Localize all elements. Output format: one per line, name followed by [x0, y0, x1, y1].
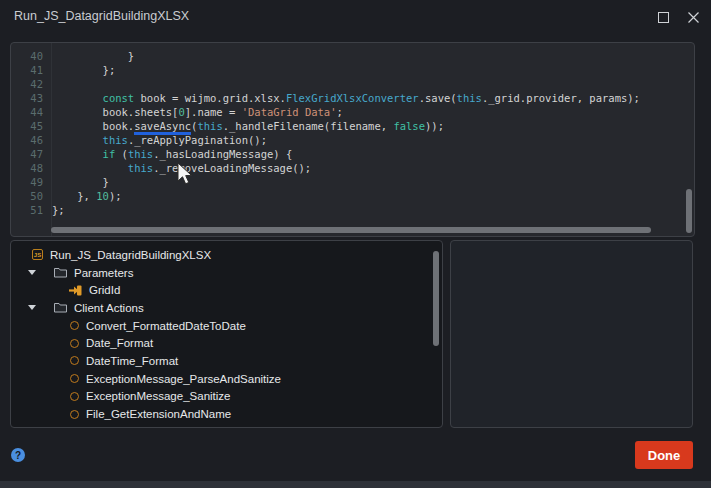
code-line[interactable]: }: [52, 49, 684, 63]
client-action-circle-icon: [70, 392, 79, 401]
tree-item-label: Integer_GenerateList: [86, 426, 194, 428]
code-line[interactable]: this._removeLoadingMessage();: [52, 161, 684, 175]
code-editor-panel[interactable]: 404142434445464748495051 } }; const book…: [10, 42, 695, 237]
tree-item-label: GridId: [89, 284, 120, 296]
code-line[interactable]: if (this._hasLoadingMessage) {: [52, 147, 684, 161]
tree-item-convert-formatteddatetodate[interactable]: Convert_FormattedDateToDate: [11, 317, 442, 335]
tree-item-label: DateTime_Format: [86, 355, 178, 367]
expander-chevron-down-icon[interactable]: [27, 270, 37, 275]
line-number: 47: [11, 147, 43, 161]
tree-item-file-getextensionandname[interactable]: File_GetExtensionAndName: [11, 405, 442, 423]
maximize-button[interactable]: [651, 6, 675, 28]
code-line[interactable]: const book = wijmo.grid.xlsx.FlexGridXls…: [52, 91, 684, 105]
line-number: 40: [11, 49, 43, 63]
tree-item-client-actions[interactable]: Client Actions: [11, 299, 442, 317]
close-button[interactable]: [681, 6, 705, 28]
tree-item-label: Client Actions: [74, 302, 144, 314]
line-number: 43: [11, 91, 43, 105]
line-number: 50: [11, 189, 43, 203]
tree-item-integer-generatelist[interactable]: Integer_GenerateList: [11, 423, 442, 428]
action-tree-panel: JSRun_JS_DatagridBuildingXLSXParametersG…: [10, 240, 443, 428]
code-line[interactable]: book.sheets[0].name = 'DataGrid Data';: [52, 105, 684, 119]
client-action-circle-icon: [70, 356, 79, 365]
maximize-square-icon: [658, 12, 669, 23]
folder-icon: [54, 302, 67, 313]
tree-item-parameters[interactable]: Parameters: [11, 264, 442, 282]
client-action-circle-icon: [70, 410, 79, 419]
code-line[interactable]: this._reApplyPagination();: [52, 133, 684, 147]
tree-item-exceptionmessage-parseandsanitize[interactable]: ExceptionMessage_ParseAndSanitize: [11, 370, 442, 388]
tree-vertical-scrollbar[interactable]: [433, 251, 439, 346]
line-number: 51: [11, 203, 43, 217]
line-number: 48: [11, 161, 43, 175]
client-action-circle-icon: [70, 427, 79, 428]
js-node-icon: JS: [32, 249, 43, 260]
tree-item-label: Run_JS_DatagridBuildingXLSX: [50, 249, 211, 261]
client-action-circle-icon: [70, 339, 79, 348]
tree-item-date-format[interactable]: Date_Format: [11, 334, 442, 352]
client-action-circle-icon: [70, 374, 79, 383]
tree-item-label: Parameters: [74, 267, 133, 279]
input-parameter-arrow-icon: [69, 285, 82, 296]
tree-item-label: File_GetExtensionAndName: [86, 408, 231, 420]
detail-panel: [450, 240, 693, 428]
tree-item-label: Convert_FormattedDateToDate: [86, 320, 246, 332]
line-number: 41: [11, 63, 43, 77]
code-editor[interactable]: } }; const book = wijmo.grid.xlsx.FlexGr…: [52, 49, 684, 217]
line-number: 45: [11, 119, 43, 133]
help-button[interactable]: ?: [11, 448, 25, 462]
code-line[interactable]: };: [52, 63, 684, 77]
line-number-gutter: 404142434445464748495051: [11, 49, 49, 217]
done-button[interactable]: Done: [635, 441, 693, 469]
tree-item-gridid[interactable]: GridId: [11, 281, 442, 299]
close-x-icon: [688, 12, 699, 23]
code-line[interactable]: };: [52, 203, 684, 217]
tree-item-datetime-format[interactable]: DateTime_Format: [11, 352, 442, 370]
code-line[interactable]: book.saveAsync(this._handleFilename(file…: [52, 119, 684, 133]
line-number: 46: [11, 133, 43, 147]
code-line[interactable]: }, 10);: [52, 189, 684, 203]
code-line[interactable]: }: [52, 175, 684, 189]
tree-item-exceptionmessage-sanitize[interactable]: ExceptionMessage_Sanitize: [11, 388, 442, 406]
dialog-titlebar: Run_JS_DatagridBuildingXLSX: [0, 0, 711, 34]
code-line[interactable]: [52, 77, 684, 91]
tree-item-run-js-datagridbuildingxlsx[interactable]: JSRun_JS_DatagridBuildingXLSX: [11, 246, 442, 264]
expander-chevron-down-icon[interactable]: [27, 305, 37, 310]
line-number: 44: [11, 105, 43, 119]
tree-item-label: Date_Format: [86, 337, 153, 349]
tree-item-label: ExceptionMessage_Sanitize: [86, 390, 230, 402]
line-number: 49: [11, 175, 43, 189]
client-action-circle-icon: [70, 321, 79, 330]
dialog-title: Run_JS_DatagridBuildingXLSX: [14, 9, 189, 23]
question-mark-circle-icon: ?: [15, 450, 21, 461]
folder-icon: [54, 267, 67, 278]
editor-horizontal-scrollbar[interactable]: [51, 227, 651, 233]
editor-vertical-scrollbar[interactable]: [686, 189, 692, 233]
window-bottom-edge: [0, 481, 711, 488]
tree-item-label: ExceptionMessage_ParseAndSanitize: [86, 373, 281, 385]
line-number: 42: [11, 77, 43, 91]
